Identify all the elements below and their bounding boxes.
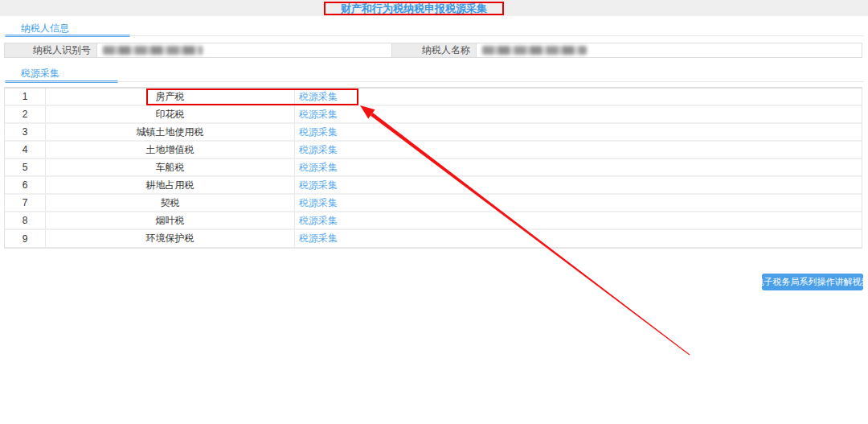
tax-name: 契税 [46, 195, 295, 211]
table-row: 2 印花税 税源采集 [5, 106, 862, 124]
tax-name: 烟叶税 [46, 212, 295, 228]
action-cell: 税源采集 [295, 159, 862, 175]
tab-tax-source-collection[interactable]: 税源采集 [4, 67, 59, 80]
row-index: 9 [5, 230, 46, 247]
tax-source-collect-link[interactable]: 税源采集 [299, 108, 338, 121]
action-cell: 税源采集 [295, 212, 862, 228]
table-row: 8 烟叶税 税源采集 [5, 212, 862, 230]
table-row: 1 房产税 税源采集 [5, 89, 862, 106]
tab-taxpayer-info[interactable]: 纳税人信息 [4, 22, 69, 35]
row-index: 4 [5, 142, 46, 158]
tab-divider-line [4, 35, 864, 36]
tax-name: 环境保护税 [46, 230, 295, 247]
video-tutorial-button[interactable]: 电子税务局系列操作讲解视频 [762, 274, 863, 290]
taxpayer-name-label: 纳税人名称 [391, 43, 477, 57]
row-index: 8 [5, 212, 46, 228]
table-row: 7 契税 税源采集 [5, 195, 862, 212]
tax-source-collect-link[interactable]: 税源采集 [299, 161, 338, 175]
table-row: 3 城镇土地使用税 税源采集 [5, 124, 862, 142]
row-index: 2 [5, 106, 46, 122]
action-cell: 税源采集 [295, 142, 862, 158]
tax-name: 车船税 [46, 159, 295, 175]
tab-divider-line-2 [4, 81, 864, 82]
action-cell: 税源采集 [295, 89, 862, 105]
tax-source-collect-link[interactable]: 税源采集 [299, 90, 338, 104]
tax-name: 土地增值税 [46, 142, 295, 158]
tax-name: 城镇土地使用税 [46, 124, 295, 140]
table-row: 4 土地增值税 税源采集 [5, 142, 862, 159]
tax-source-collect-link[interactable]: 税源采集 [299, 143, 338, 157]
page: 财产和行为税纳税申报税源采集 纳税人信息 纳税人识别号 纳税人名称 税源采集 1… [0, 0, 868, 424]
taxpayer-name-redacted-value [482, 46, 587, 55]
taxpayer-form: 纳税人识别号 纳税人名称 [4, 43, 862, 58]
tax-source-collect-link[interactable]: 税源采集 [299, 196, 338, 210]
action-cell: 税源采集 [295, 177, 862, 193]
action-cell: 税源采集 [295, 124, 862, 140]
action-cell: 税源采集 [295, 106, 862, 122]
taxpayer-id-field[interactable] [97, 43, 391, 57]
title-highlight-box: 财产和行为税纳税申报税源采集 [324, 2, 504, 15]
tax-name: 房产税 [46, 89, 295, 105]
tax-table: 1 房产税 税源采集 2 印花税 税源采集 3 城镇土地使用税 税源采集 4 土… [4, 87, 862, 249]
taxpayer-id-redacted-value [103, 46, 203, 55]
row-index: 5 [5, 159, 46, 175]
table-row: 6 耕地占用税 税源采集 [5, 177, 862, 195]
row-index: 7 [5, 195, 46, 211]
table-row: 5 车船税 税源采集 [5, 159, 862, 177]
tax-source-collect-link[interactable]: 税源采集 [299, 126, 338, 139]
tax-source-collect-link[interactable]: 税源采集 [299, 179, 338, 192]
page-title: 财产和行为税纳税申报税源采集 [341, 2, 487, 16]
tax-name: 印花税 [46, 106, 295, 122]
taxpayer-id-label: 纳税人识别号 [5, 43, 97, 57]
action-cell: 税源采集 [295, 230, 862, 247]
table-row: 9 环境保护税 税源采集 [5, 230, 862, 248]
taxpayer-name-field[interactable] [477, 43, 862, 57]
header-bar: 财产和行为税纳税申报税源采集 [0, 0, 868, 16]
row-index: 3 [5, 124, 46, 140]
tax-name: 耕地占用税 [46, 177, 295, 193]
tax-source-collect-link[interactable]: 税源采集 [299, 214, 338, 228]
row-index: 1 [5, 89, 46, 105]
row-index: 6 [5, 177, 46, 193]
tax-source-collect-link[interactable]: 税源采集 [299, 232, 338, 245]
action-cell: 税源采集 [295, 195, 862, 211]
